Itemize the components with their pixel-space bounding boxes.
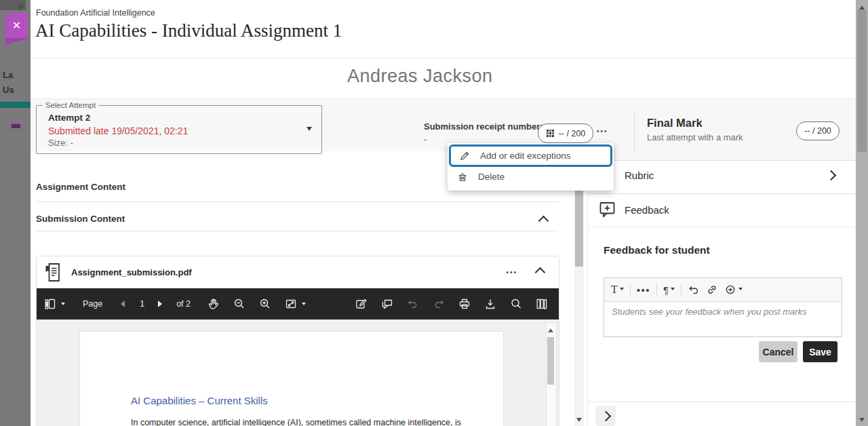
background-text-fragment: Us xyxy=(3,85,14,95)
pencil-icon xyxy=(459,151,470,161)
menu-item-add-exceptions[interactable]: Add or edit exceptions xyxy=(449,144,612,167)
insert-button[interactable] xyxy=(724,284,743,296)
chevron-up-icon[interactable] xyxy=(535,267,546,278)
library-button[interactable] xyxy=(535,297,549,311)
close-panel-button[interactable]: ✕ xyxy=(5,13,28,38)
pan-tool-button[interactable] xyxy=(207,297,220,311)
course-name: Foundation Artificial Intelligence xyxy=(36,8,155,18)
submission-content-header[interactable]: Submission Content xyxy=(36,214,125,224)
page-scrollbar-thumb[interactable] xyxy=(857,9,867,152)
chevron-down-icon xyxy=(307,127,312,134)
editor-more-button[interactable]: ••• xyxy=(637,284,650,296)
menu-item-delete[interactable]: Delete xyxy=(449,167,612,187)
next-page-button[interactable] xyxy=(158,301,165,307)
assignment-content-header[interactable]: Assignment Content xyxy=(36,182,125,192)
receipt-value: - xyxy=(424,134,427,144)
attempt-context-menu: Add or edit exceptions Delete xyxy=(448,143,614,191)
grading-page: F La Us ✕ Foundation Artificial Intellig… xyxy=(0,0,868,426)
final-mark-subtitle: Last attempt with a mark xyxy=(647,132,743,142)
redo-icon[interactable] xyxy=(432,297,446,311)
divider xyxy=(587,193,856,194)
chevron-down-icon[interactable] xyxy=(302,303,306,307)
feedback-heading: Feedback for student xyxy=(604,244,710,256)
cancel-button[interactable]: Cancel xyxy=(759,341,797,362)
divider xyxy=(36,201,558,202)
attachment-card: Assignment_submission.pdf ••• Page xyxy=(36,256,559,426)
pdf-toolbar: Page 1 of 2 xyxy=(37,288,559,320)
rubric-label: Rubric xyxy=(625,170,654,181)
pdf-file-icon xyxy=(44,262,62,283)
zoom-in-button[interactable] xyxy=(258,297,272,311)
dimmed-background: F La Us xyxy=(0,0,31,426)
scroll-up-icon[interactable] xyxy=(859,3,865,9)
rubric-grid-icon xyxy=(546,129,555,138)
divider xyxy=(587,227,856,227)
chevron-down-icon[interactable] xyxy=(61,303,65,307)
undo-icon[interactable] xyxy=(406,297,420,311)
chevron-up-icon[interactable] xyxy=(538,216,549,227)
feedback-label: Feedback xyxy=(625,204,669,216)
attempt-size: Size: - xyxy=(48,138,73,148)
divider xyxy=(587,160,856,161)
page-title: AI Capabilities - Individual Assignment … xyxy=(35,20,342,41)
comments-button[interactable] xyxy=(380,297,394,311)
text-style-button[interactable]: T xyxy=(611,284,624,296)
editor-toolbar: T ••• ¶ xyxy=(604,278,842,302)
undo-button[interactable] xyxy=(688,284,700,296)
summary-band-right xyxy=(587,151,856,160)
divider xyxy=(36,231,558,231)
download-button[interactable] xyxy=(484,297,497,311)
rubric-row[interactable]: Rubric xyxy=(606,168,850,182)
assignment-panel: Foundation Artificial Intelligence AI Ca… xyxy=(31,0,856,426)
attachment-overflow-button[interactable]: ••• xyxy=(506,269,517,276)
close-icon: ✕ xyxy=(12,19,21,32)
zoom-out-button[interactable] xyxy=(233,297,246,311)
editor-placeholder: Students see your feedback when you post… xyxy=(612,307,807,317)
page-label: Page xyxy=(83,299,102,309)
save-button[interactable]: Save xyxy=(803,341,837,362)
plus-circle-icon xyxy=(724,284,736,296)
student-name: Andreas Jackson xyxy=(347,66,493,87)
link-button[interactable] xyxy=(706,284,718,296)
scroll-down-icon[interactable] xyxy=(859,418,865,425)
pdf-page: AI Capabilities – Current Skills In comp… xyxy=(80,332,503,426)
receipt-label: Submission receipt number: xyxy=(424,121,543,132)
attempt-selector-legend: Select Attempt xyxy=(43,101,98,109)
divider xyxy=(630,284,631,296)
thumbnails-panel-button[interactable] xyxy=(43,297,57,311)
scroll-down-icon[interactable] xyxy=(576,418,582,425)
paragraph-button[interactable]: ¶ xyxy=(663,284,675,296)
feedback-row[interactable]: Feedback xyxy=(599,201,669,218)
divider xyxy=(656,284,657,296)
attempt-status-late: Submitted late 19/05/2021, 02:21 xyxy=(48,125,188,136)
undo-icon xyxy=(688,284,700,296)
pdf-scrollbar-thumb[interactable] xyxy=(547,337,554,385)
attempt-mark-value: -- / 200 xyxy=(559,129,586,138)
attachment-filename: Assignment_submission.pdf xyxy=(71,267,192,277)
feedback-add-icon xyxy=(599,201,616,218)
search-button[interactable] xyxy=(509,297,523,311)
attachment-header[interactable]: Assignment_submission.pdf ••• xyxy=(37,256,559,288)
fit-page-button[interactable] xyxy=(284,297,298,311)
scroll-up-icon[interactable] xyxy=(548,326,553,332)
annotate-button[interactable] xyxy=(355,297,368,311)
background-text-fragment: La xyxy=(3,70,13,80)
chevron-down-icon xyxy=(738,288,743,292)
print-button[interactable] xyxy=(458,297,471,311)
final-mark-value: -- / 200 xyxy=(804,126,831,136)
divider xyxy=(587,402,856,402)
previous-page-button[interactable] xyxy=(117,301,125,307)
chevron-down-icon xyxy=(671,288,675,292)
link-icon xyxy=(706,284,718,296)
collapse-panel-button[interactable] xyxy=(595,406,616,426)
chevron-down-icon xyxy=(620,288,624,292)
divider xyxy=(681,284,682,296)
page-number-input[interactable]: 1 xyxy=(140,299,144,309)
trash-icon xyxy=(457,172,468,182)
chevron-right-icon xyxy=(826,170,837,180)
attempt-mark-pill[interactable]: -- / 200 xyxy=(538,123,593,143)
final-mark-pill[interactable]: -- / 200 xyxy=(796,121,840,140)
attempt-overflow-button[interactable]: ••• xyxy=(597,128,608,135)
divider xyxy=(31,58,856,58)
pdf-viewport: AI Capabilities – Current Skills In comp… xyxy=(37,320,559,426)
